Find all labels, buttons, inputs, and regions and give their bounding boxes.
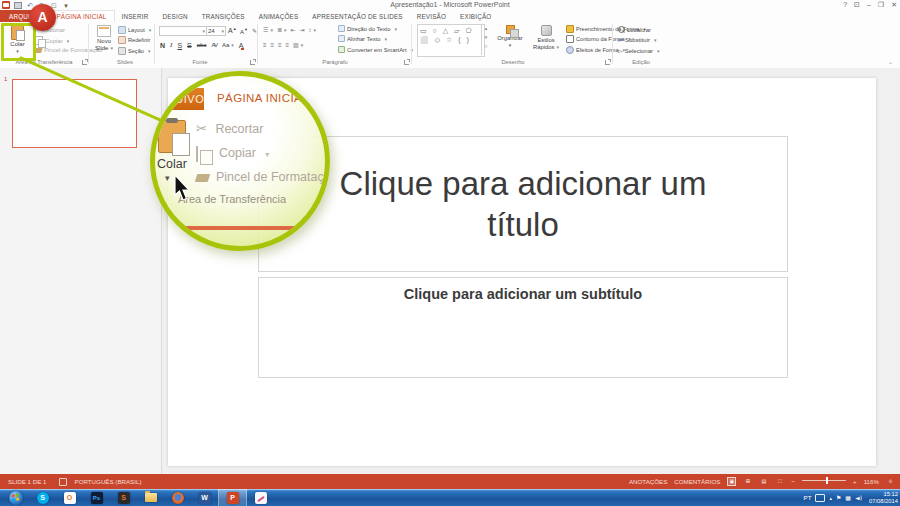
change-case-button[interactable]: Aa xyxy=(222,42,234,48)
copy-button[interactable]: Copiar xyxy=(35,36,69,45)
font-dialog-launcher-icon[interactable] xyxy=(250,60,255,65)
grow-font-button[interactable]: A▲ xyxy=(228,26,237,34)
speaker-icon[interactable]: ◄) xyxy=(855,494,862,501)
minimize-button[interactable]: – xyxy=(867,1,871,9)
language-indicator[interactable]: PORTUGUÊS (BRASIL) xyxy=(75,478,142,485)
new-slide-button[interactable]: Novo Slide xyxy=(92,25,116,51)
taskbar-photoshop[interactable]: Ps xyxy=(83,489,110,506)
text-direction-button[interactable]: Direção do Texto xyxy=(338,25,397,32)
slide-thumbnail[interactable] xyxy=(12,79,137,148)
zoom-in-button[interactable]: + xyxy=(853,478,857,485)
select-button[interactable]: ▻ Selecionar xyxy=(618,47,660,54)
find-button[interactable]: Localizar xyxy=(618,26,651,33)
taskbar-skype[interactable]: S xyxy=(29,489,56,506)
align-text-button[interactable]: Alinhar Texto xyxy=(338,35,387,42)
character-spacing-button[interactable]: AV xyxy=(211,42,217,48)
tab-inserir[interactable]: INSERIR xyxy=(115,10,156,22)
comments-button[interactable]: COMENTÁRIOS xyxy=(674,478,720,485)
customize-qat-icon[interactable]: ▾ xyxy=(62,2,70,9)
clock[interactable]: 15:12 07/08/2014 xyxy=(869,491,898,505)
tab-exibicao[interactable]: EXIBIÇÃO xyxy=(453,10,498,22)
shrink-font-button[interactable]: A▼ xyxy=(240,27,248,35)
font-color-button[interactable]: A xyxy=(239,42,244,49)
bullets-icon[interactable]: ☰ xyxy=(263,26,273,33)
section-button[interactable]: Seção xyxy=(118,47,150,55)
title-placeholder[interactable]: Clique para adicionar um título xyxy=(258,136,788,272)
strikethrough-button[interactable]: S xyxy=(187,42,192,49)
title-bar: Apresentação1 - Microsoft PowerPoint xyxy=(0,0,900,10)
magnified-copy-row: Copiar ▾ xyxy=(196,146,269,160)
shadow-button[interactable]: abc xyxy=(197,42,207,48)
replace-button[interactable]: ⇄ Substituir xyxy=(618,36,657,43)
magnified-paste-dropdown-icon: ▾ xyxy=(165,173,170,183)
font-name-combo[interactable]: ▾ xyxy=(159,26,207,36)
taskbar-dark-app[interactable]: S xyxy=(110,489,137,506)
tab-transicoes[interactable]: TRANSIÇÕES xyxy=(195,10,252,22)
zoom-slider[interactable] xyxy=(802,480,846,481)
convert-smartart-button[interactable]: Converter em SmartArt xyxy=(338,46,413,53)
quick-styles-button[interactable]: Estilos Rápidos xyxy=(531,25,561,50)
taskbar-explorer[interactable] xyxy=(137,489,164,506)
arrange-button[interactable]: Organizar ▾ xyxy=(493,25,527,48)
magnifier-bubble: ↶ ↷ ARQUIVO PÁGINA INICIAL Colar ▾ ✂ Rec… xyxy=(150,71,330,251)
ribbon-display-options-button[interactable]: ⊡ xyxy=(854,1,860,9)
taskbar-powerpoint[interactable]: P xyxy=(218,489,247,506)
zoom-slider-thumb[interactable] xyxy=(826,477,828,484)
tab-pagina-inicial[interactable]: PÁGINA INICIAL xyxy=(48,10,114,22)
restore-button[interactable]: ❐ xyxy=(878,1,884,9)
help-button[interactable]: ? xyxy=(843,1,847,9)
align-right-icon[interactable]: ≡ xyxy=(278,42,282,48)
slideshow-view-icon[interactable]: ⛶ xyxy=(775,477,784,486)
notes-button[interactable]: ANOTAÇÕES xyxy=(629,478,667,485)
shape-effects-button[interactable]: Efeitos de Forma xyxy=(566,46,625,54)
bold-button[interactable]: N xyxy=(160,42,165,49)
underline-button[interactable]: S xyxy=(177,42,182,49)
justify-icon[interactable]: ≡ xyxy=(286,42,290,48)
spell-check-icon[interactable] xyxy=(59,478,67,486)
line-spacing-icon[interactable]: ↕ xyxy=(309,27,317,33)
tab-revisao[interactable]: REVISÃO xyxy=(410,10,453,22)
shapes-scrollbar[interactable]: ▴▾▿ xyxy=(481,24,490,55)
slide-sorter-view-icon[interactable]: ⊞ xyxy=(743,477,752,486)
save-icon[interactable] xyxy=(14,2,22,9)
columns-icon[interactable]: ▥ xyxy=(293,41,303,48)
taskbar-paint[interactable] xyxy=(247,489,274,506)
taskbar-word[interactable]: W xyxy=(191,489,218,506)
shape-effects-icon xyxy=(566,46,574,54)
tab-animacoes[interactable]: ANIMAÇÕES xyxy=(252,10,306,22)
zoom-level[interactable]: 116% xyxy=(864,478,879,485)
normal-view-icon[interactable]: ▣ xyxy=(727,477,736,486)
collapse-ribbon-icon[interactable]: ⌃ xyxy=(888,61,893,68)
editing-group-label: Edição xyxy=(615,59,667,65)
keyboard-icon[interactable] xyxy=(815,494,825,502)
increase-indent-icon[interactable]: ⇥ xyxy=(299,26,304,33)
tab-design[interactable]: DESIGN xyxy=(155,10,194,22)
tray-time: 15:12 xyxy=(883,491,898,497)
paragraph-dialog-launcher-icon[interactable] xyxy=(404,60,409,65)
reading-view-icon[interactable]: ▤ xyxy=(759,477,768,486)
language-badge[interactable]: PT xyxy=(804,494,812,501)
italic-button[interactable]: I xyxy=(170,41,172,49)
decrease-indent-icon[interactable]: ⇤ xyxy=(290,26,295,33)
show-hidden-icons[interactable]: ▴ xyxy=(829,495,832,501)
magnified-redo-icon: ↷ xyxy=(250,71,260,81)
close-button[interactable]: ✕ xyxy=(891,1,897,9)
fit-slide-icon[interactable]: ⛗ xyxy=(886,477,895,486)
reset-button[interactable]: Redefinir xyxy=(118,36,150,44)
shapes-gallery[interactable]: ▭ ○ △ ▱ ⬠ ⬜ ◇ ☆ ( ) xyxy=(417,24,485,57)
zoom-out-button[interactable]: − xyxy=(791,478,795,485)
drawing-dialog-launcher-icon[interactable] xyxy=(605,60,610,65)
align-left-icon[interactable]: ≡ xyxy=(263,42,267,48)
numbering-icon[interactable]: ≣ xyxy=(277,26,287,33)
tab-apresentacao-de-slides[interactable]: APRESENTAÇÃO DE SLIDES xyxy=(305,10,409,22)
taskbar-outlook[interactable]: O xyxy=(56,489,83,506)
taskbar-firefox[interactable] xyxy=(164,489,191,506)
align-center-icon[interactable]: ≡ xyxy=(271,42,275,48)
network-icon[interactable]: ▦ xyxy=(845,494,851,501)
action-center-flag-icon[interactable]: ⚑ xyxy=(836,494,841,501)
start-button[interactable] xyxy=(2,489,29,506)
layout-button[interactable]: Layout xyxy=(118,26,151,34)
clipboard-dialog-launcher-icon[interactable] xyxy=(82,60,87,65)
font-size-combo[interactable]: 24▾ xyxy=(206,26,226,36)
subtitle-placeholder[interactable]: Clique para adicionar um subtítulo xyxy=(258,277,788,378)
